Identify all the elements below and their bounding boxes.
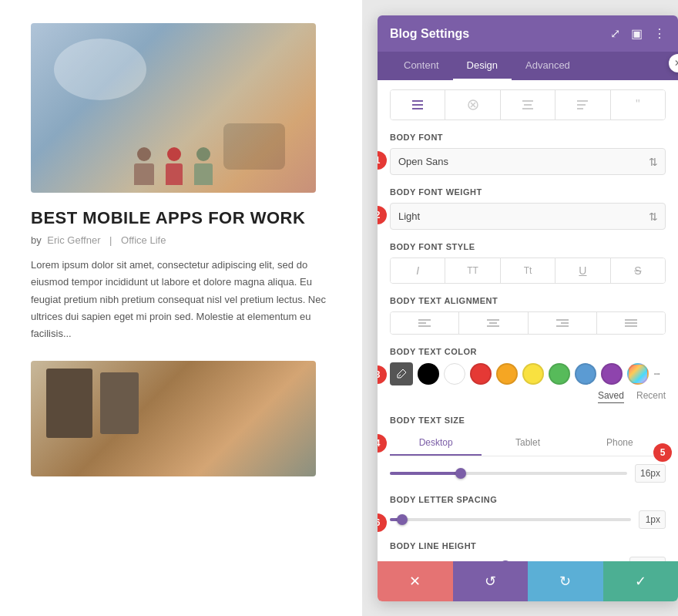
align-left-button[interactable]	[391, 312, 459, 334]
separator: |	[109, 234, 112, 246]
body-font-section: 1 Body Font Open Sans Arial Roboto ⇅	[390, 133, 666, 175]
letter-spacing-value: 1px	[639, 510, 666, 529]
body-font-select-wrapper: Open Sans Arial Roboto ⇅	[390, 148, 666, 175]
split-icon[interactable]: ▣	[631, 26, 643, 41]
panel-title: Blog Settings	[390, 27, 469, 41]
alignment-buttons	[390, 311, 666, 335]
body-line-height-label: Body Line Height	[390, 541, 666, 550]
device-tab-phone[interactable]: Phone	[574, 431, 666, 456]
tt-button[interactable]: TT	[445, 258, 500, 283]
strikethrough-button[interactable]: S	[611, 258, 665, 283]
toolbar-icons-row: "	[390, 89, 666, 120]
tab-design[interactable]: Design	[453, 52, 512, 80]
step-badge-2: 2	[378, 206, 387, 224]
body-font-weight-select-wrapper: Light Regular Bold ⇅	[390, 203, 666, 230]
toolbar-align-icon[interactable]	[501, 90, 555, 119]
body-text-color-label: Body Text Color	[390, 347, 666, 356]
color-swatch-white[interactable]	[444, 363, 465, 385]
size-slider-thumb[interactable]	[455, 468, 466, 479]
reset-button[interactable]: ↺	[453, 561, 529, 601]
cancel-icon: ✕	[409, 573, 421, 590]
toolbar-list2-icon[interactable]	[555, 90, 610, 119]
body-text-size-section: 4 5 Body Text Size Desktop Tablet Phone …	[390, 416, 666, 483]
color-tab-recent[interactable]: Recent	[636, 389, 666, 403]
body-text-alignment-label: Body Text Alignment	[390, 296, 666, 305]
body-font-select[interactable]: Open Sans Arial Roboto	[390, 148, 666, 175]
t-small-button[interactable]: Tt	[501, 258, 555, 283]
body-text-color-section: 3 Body Text Color ··· Saved Rece	[390, 347, 666, 403]
blog-title: BEST MOBILE APPS FOR WORK	[31, 208, 331, 228]
align-right-button[interactable]	[529, 312, 597, 334]
color-tab-saved[interactable]: Saved	[598, 389, 624, 403]
font-style-buttons: I TT Tt U S	[390, 258, 666, 284]
redo-button[interactable]: ↻	[528, 561, 603, 601]
color-bottom-row: Saved Recent	[390, 389, 666, 403]
color-swatch-red[interactable]	[470, 363, 492, 385]
body-text-size-label: Body Text Size	[390, 416, 666, 425]
italic-button[interactable]: I	[391, 258, 445, 283]
align-center-button[interactable]	[459, 312, 528, 334]
save-icon: ✓	[635, 573, 646, 590]
color-swatches-row: ···	[390, 362, 666, 385]
toolbar-cross-icon[interactable]	[445, 90, 500, 119]
step-badge-1: 1	[378, 151, 387, 170]
size-slider-fill	[390, 472, 461, 475]
step-badge-5: 5	[653, 443, 672, 462]
step-badge-6: 6	[378, 513, 387, 532]
step-badge-4: 4	[378, 434, 387, 453]
color-swatch-purple[interactable]	[601, 363, 623, 385]
body-line-height-section: Body Line Height 1.7em	[390, 541, 666, 561]
color-swatch-black[interactable]	[418, 363, 439, 385]
color-swatch-gradient[interactable]	[627, 363, 649, 385]
align-justify-button[interactable]	[597, 312, 665, 334]
body-font-weight-label: Body Font Weight	[390, 187, 666, 197]
device-tabs: Desktop Tablet Phone	[390, 431, 666, 456]
body-font-weight-select[interactable]: Light Regular Bold	[390, 203, 666, 230]
underline-button[interactable]: U	[555, 258, 610, 283]
settings-panel: ✕ Blog Settings ⤢ ▣ ⋮ Content Design Adv…	[378, 15, 678, 601]
color-swatch-blue[interactable]	[575, 363, 596, 385]
eyedropper-button[interactable]	[390, 362, 413, 385]
blog-category: Office Life	[121, 234, 166, 246]
body-font-style-section: Body Font Style I TT Tt U S	[390, 242, 666, 284]
blog-preview: BEST MOBILE APPS FOR WORK by Eric Geffne…	[0, 0, 362, 616]
letter-slider-thumb[interactable]	[397, 514, 408, 525]
tab-content[interactable]: Content	[390, 52, 453, 80]
panel-tabs: Content Design Advanced	[378, 52, 678, 80]
letter-spacing-slider-row: 1px	[390, 510, 666, 529]
toolbar-list-icon[interactable]	[391, 90, 445, 119]
panel-header: Blog Settings ⤢ ▣ ⋮	[378, 15, 678, 52]
panel-header-icons: ⤢ ▣ ⋮	[610, 26, 666, 41]
redo-icon: ↻	[559, 573, 571, 590]
more-colors-button[interactable]: ···	[653, 367, 659, 381]
panel-content: " 1 Body Font Open Sans Arial Roboto ⇅ 2	[378, 80, 678, 561]
size-slider[interactable]	[390, 472, 627, 475]
body-font-style-label: Body Font Style	[390, 242, 666, 251]
body-text-alignment-section: Body Text Alignment	[390, 296, 666, 335]
action-bar: ✕ ↺ ↻ ✓	[378, 561, 678, 601]
size-slider-row: 16px	[390, 464, 666, 483]
blog-meta: by Eric Geffner | Office Life	[31, 234, 331, 246]
reset-icon: ↺	[485, 573, 496, 590]
resize-icon[interactable]: ⤢	[610, 26, 620, 41]
blog-hero-image	[31, 23, 316, 193]
device-tab-tablet[interactable]: Tablet	[482, 431, 573, 456]
body-letter-spacing-section: 6 Body Letter Spacing 1px	[390, 495, 666, 529]
tab-advanced[interactable]: Advanced	[512, 52, 584, 80]
step-badge-3: 3	[378, 365, 387, 384]
body-letter-spacing-label: Body Letter Spacing	[390, 495, 666, 504]
body-font-label: Body Font	[390, 133, 666, 142]
blog-author: Eric Geffner	[47, 234, 100, 246]
color-swatch-orange[interactable]	[496, 363, 518, 385]
save-button[interactable]: ✓	[603, 561, 679, 601]
blog-excerpt: Lorem ipsum dolor sit amet, consectetur …	[31, 257, 331, 342]
size-value: 16px	[635, 464, 666, 483]
device-tab-desktop[interactable]: Desktop	[390, 431, 482, 456]
cancel-button[interactable]: ✕	[378, 561, 453, 601]
letter-spacing-slider[interactable]	[390, 518, 631, 521]
body-font-weight-section: 2 Body Font Weight Light Regular Bold ⇅	[390, 187, 666, 230]
color-swatch-yellow[interactable]	[522, 363, 544, 385]
toolbar-quote-icon[interactable]: "	[611, 90, 665, 119]
color-swatch-green[interactable]	[549, 363, 570, 385]
more-icon[interactable]: ⋮	[653, 26, 666, 41]
